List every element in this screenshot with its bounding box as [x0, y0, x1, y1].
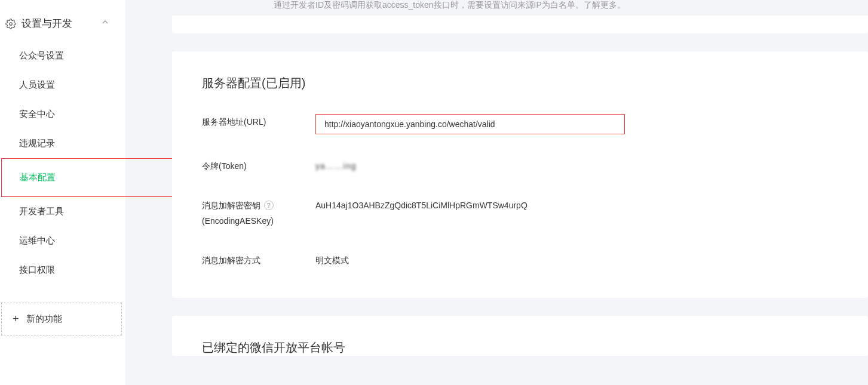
field-label-aeskey: 消息加解密密钥 ? (EncodingAESKey)	[202, 198, 315, 229]
sidebar-item-label: 运维中心	[19, 235, 55, 245]
server-config-card: 服务器配置(已启用) 服务器地址(URL) http://xiaoyantong…	[172, 51, 868, 298]
server-config-title: 服务器配置(已启用)	[202, 75, 838, 91]
field-aeskey: 消息加解密密钥 ? (EncodingAESKey) AuH14aj1O3AHB…	[202, 198, 838, 229]
sidebar-item-developer-tools[interactable]: 开发者工具	[0, 197, 125, 226]
field-label-mode: 消息加解密方式	[202, 252, 315, 268]
chevron-up-icon	[100, 17, 110, 30]
gear-icon	[5, 18, 17, 30]
bound-platform-title: 已绑定的微信开放平台帐号	[202, 340, 838, 356]
sidebar-section-header[interactable]: 设置与开发	[0, 6, 125, 41]
sidebar-item-label: 安全中心	[19, 109, 55, 119]
aeskey-value: AuH14aj1O3AHBzZgQdic8T5LiCiMlHpRGmWTSw4u…	[315, 198, 527, 213]
sidebar-new-feature-label: 新的功能	[26, 313, 62, 325]
sidebar-item-label: 人员设置	[19, 79, 55, 90]
mode-value: 明文模式	[315, 252, 349, 268]
field-label-token: 令牌(Token)	[202, 158, 315, 174]
aeskey-label-line2: (EncodingAESKey)	[202, 216, 274, 226]
field-label-url: 服务器地址(URL)	[202, 114, 315, 130]
sidebar-item-label: 违规记录	[19, 138, 55, 148]
sidebar-item-label: 基本配置	[20, 172, 56, 182]
top-banner-fragment: 通过开发者ID及密码调用获取access_token接口时，需要设置访问来源IP…	[274, 0, 868, 16]
sidebar: 设置与开发 公众号设置 人员设置 安全中心 违规记录 基本配置 开发者工具 运维…	[0, 0, 125, 385]
sidebar-item-label: 接口权限	[19, 264, 55, 275]
token-value: ya……ing	[315, 158, 356, 174]
help-icon[interactable]: ?	[264, 201, 274, 210]
svg-point-0	[10, 22, 13, 25]
sidebar-new-feature[interactable]: + 新的功能	[1, 303, 122, 335]
sidebar-item-security-center[interactable]: 安全中心	[0, 100, 125, 129]
sidebar-item-staff-settings[interactable]: 人员设置	[0, 70, 125, 100]
sidebar-item-violation-records[interactable]: 违规记录	[0, 129, 125, 158]
field-encrypt-mode: 消息加解密方式 明文模式	[202, 252, 838, 268]
plus-icon: +	[13, 313, 19, 325]
sidebar-item-account-settings[interactable]: 公众号设置	[0, 41, 125, 70]
bound-platform-card: 已绑定的微信开放平台帐号	[172, 316, 868, 356]
aeskey-label-line1: 消息加解密密钥	[202, 201, 260, 210]
field-token: 令牌(Token) ya……ing	[202, 158, 838, 174]
sidebar-item-label: 公众号设置	[19, 50, 64, 60]
main-content: 通过开发者ID及密码调用获取access_token接口时，需要设置访问来源IP…	[125, 0, 868, 385]
sidebar-section-title: 设置与开发	[22, 17, 72, 30]
sidebar-item-label: 开发者工具	[19, 206, 64, 216]
field-server-url: 服务器地址(URL) http://xiaoyantongxue.yanbing…	[202, 114, 838, 134]
sidebar-item-ops-center[interactable]: 运维中心	[0, 226, 125, 255]
server-url-value: http://xiaoyantongxue.yanbing.co/wechat/…	[315, 114, 625, 134]
sidebar-item-api-permissions[interactable]: 接口权限	[0, 255, 125, 285]
top-card-stub	[172, 16, 868, 33]
